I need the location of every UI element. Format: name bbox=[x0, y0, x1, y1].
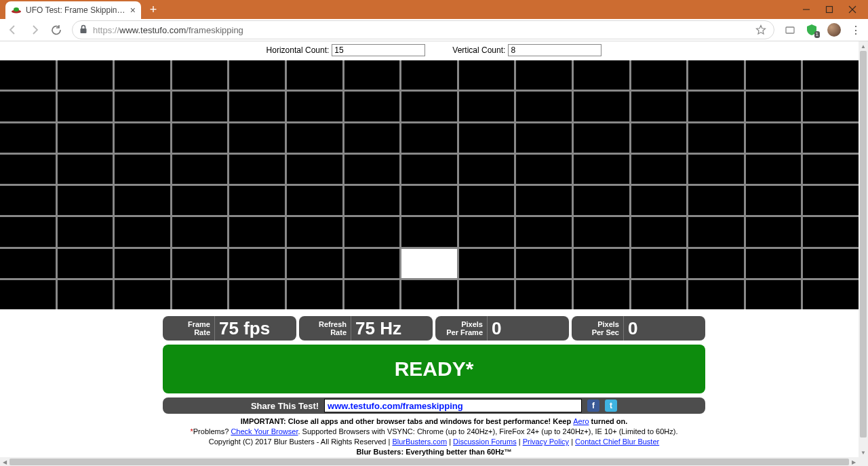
svg-point-1 bbox=[14, 7, 19, 12]
grid-cell bbox=[631, 60, 687, 90]
grid-cell bbox=[803, 155, 859, 184]
grid-cell bbox=[459, 280, 515, 309]
scroll-right-icon[interactable]: ▶ bbox=[849, 457, 859, 466]
extension-shield-icon[interactable]: 1 bbox=[806, 24, 818, 36]
star-icon[interactable] bbox=[755, 24, 767, 36]
grid-cell bbox=[229, 217, 285, 246]
horizontal-scroll-thumb[interactable] bbox=[9, 459, 849, 465]
grid-cell bbox=[172, 280, 228, 309]
grid-cell bbox=[574, 217, 629, 246]
url-text: https://www.testufo.com/frameskipping bbox=[93, 25, 749, 35]
scroll-left-icon[interactable]: ◀ bbox=[0, 457, 9, 466]
grid-cell bbox=[401, 155, 457, 184]
vertical-scrollbar[interactable]: ▲ ▼ bbox=[859, 41, 868, 457]
grid-cell bbox=[746, 60, 802, 90]
window-maximize-icon[interactable] bbox=[825, 5, 834, 14]
stat-box: FrameRate75 fps bbox=[163, 316, 296, 341]
grid-cell bbox=[516, 217, 572, 246]
ready-banner[interactable]: READY* bbox=[163, 345, 705, 393]
grid-cell bbox=[58, 123, 113, 153]
footer-text: IMPORTANT: Close all apps and other brow… bbox=[163, 416, 705, 457]
grid-cell bbox=[459, 155, 515, 184]
window-close-icon[interactable] bbox=[848, 5, 857, 14]
grid-cell bbox=[229, 92, 285, 121]
nav-reload-icon[interactable] bbox=[50, 24, 62, 36]
grid-cell bbox=[401, 186, 457, 215]
stat-value: 75 Hz bbox=[351, 318, 401, 339]
grid-cell bbox=[287, 92, 342, 121]
grid-cell bbox=[287, 155, 342, 184]
frame-grid bbox=[0, 60, 859, 309]
contact-link[interactable]: Contact Chief Blur Buster bbox=[575, 438, 659, 446]
grid-cell bbox=[287, 123, 342, 153]
grid-cell bbox=[574, 186, 629, 215]
page-viewport: Horizontal Count: Vertical Count: FrameR… bbox=[0, 41, 868, 466]
facebook-icon[interactable]: f bbox=[587, 400, 599, 412]
check-browser-link[interactable]: Check Your Browser bbox=[231, 427, 298, 435]
grid-cell bbox=[803, 92, 859, 121]
grid-cell bbox=[459, 123, 515, 153]
profile-avatar[interactable] bbox=[827, 23, 841, 37]
svg-rect-3 bbox=[827, 7, 833, 13]
nav-forward-icon[interactable] bbox=[28, 24, 41, 36]
grid-cell bbox=[344, 186, 400, 215]
horizontal-scrollbar[interactable]: ◀ ▶ bbox=[0, 457, 859, 466]
grid-cell bbox=[115, 280, 170, 309]
tab-close-icon[interactable]: × bbox=[130, 5, 136, 16]
grid-cell bbox=[746, 186, 802, 215]
grid-cell bbox=[688, 123, 744, 153]
browser-tab[interactable]: UFO Test: Frame Skipping Check × bbox=[5, 1, 141, 19]
horizontal-count-label: Horizontal Count: bbox=[267, 45, 330, 55]
grid-cell bbox=[631, 249, 687, 278]
grid-cell bbox=[287, 186, 342, 215]
url-input[interactable]: https://www.testufo.com/frameskipping bbox=[72, 20, 774, 39]
grid-cell bbox=[459, 92, 515, 121]
stat-box: PixelsPer Frame0 bbox=[435, 316, 569, 341]
extension-1-icon[interactable] bbox=[784, 24, 796, 36]
browser-menu-icon[interactable]: ⋮ bbox=[850, 24, 861, 37]
stat-label: PixelsPer Sec bbox=[572, 316, 624, 341]
grid-cell bbox=[746, 123, 802, 153]
vertical-count-input[interactable] bbox=[508, 44, 601, 56]
privacy-link[interactable]: Privacy Policy bbox=[523, 438, 569, 446]
share-url-input[interactable] bbox=[324, 399, 582, 412]
grid-cell bbox=[459, 60, 515, 90]
grid-cell bbox=[172, 186, 228, 215]
grid-cell bbox=[229, 60, 285, 90]
grid-cell bbox=[287, 217, 342, 246]
grid-cell bbox=[115, 123, 170, 153]
blurbusters-link[interactable]: BlurBusters.com bbox=[392, 438, 447, 446]
grid-cell bbox=[631, 123, 687, 153]
grid-cell bbox=[0, 92, 56, 121]
grid-cell bbox=[344, 217, 400, 246]
stat-value: 75 fps bbox=[215, 318, 270, 339]
window-minimize-icon[interactable] bbox=[802, 5, 811, 14]
grid-cell bbox=[344, 249, 400, 278]
horizontal-count-input[interactable] bbox=[332, 44, 425, 56]
lock-icon bbox=[79, 24, 87, 36]
grid-cell bbox=[401, 249, 457, 278]
twitter-icon[interactable]: t bbox=[605, 400, 617, 412]
grid-cell bbox=[746, 249, 802, 278]
stats-row: FrameRate75 fpsRefreshRate75 HzPixelsPer… bbox=[163, 316, 705, 341]
vertical-scroll-thumb[interactable] bbox=[860, 51, 867, 438]
grid-cell bbox=[574, 92, 629, 121]
nav-back-icon[interactable] bbox=[7, 24, 19, 36]
grid-cell bbox=[688, 155, 744, 184]
grid-cell bbox=[344, 92, 400, 121]
scroll-up-icon[interactable]: ▲ bbox=[859, 41, 868, 51]
grid-cell bbox=[688, 92, 744, 121]
grid-cell bbox=[115, 249, 170, 278]
aero-link[interactable]: Aero bbox=[573, 417, 589, 425]
new-tab-button[interactable]: + bbox=[145, 1, 161, 18]
forums-link[interactable]: Discussion Forums bbox=[453, 438, 517, 446]
stat-box: RefreshRate75 Hz bbox=[299, 316, 433, 341]
scroll-down-icon[interactable]: ▼ bbox=[859, 448, 868, 457]
grid-cell bbox=[401, 280, 457, 309]
grid-cell bbox=[631, 217, 687, 246]
grid-cell bbox=[172, 92, 228, 121]
grid-cell bbox=[0, 280, 56, 309]
grid-cell bbox=[0, 155, 56, 184]
grid-cell bbox=[803, 60, 859, 90]
grid-cell bbox=[172, 217, 228, 246]
